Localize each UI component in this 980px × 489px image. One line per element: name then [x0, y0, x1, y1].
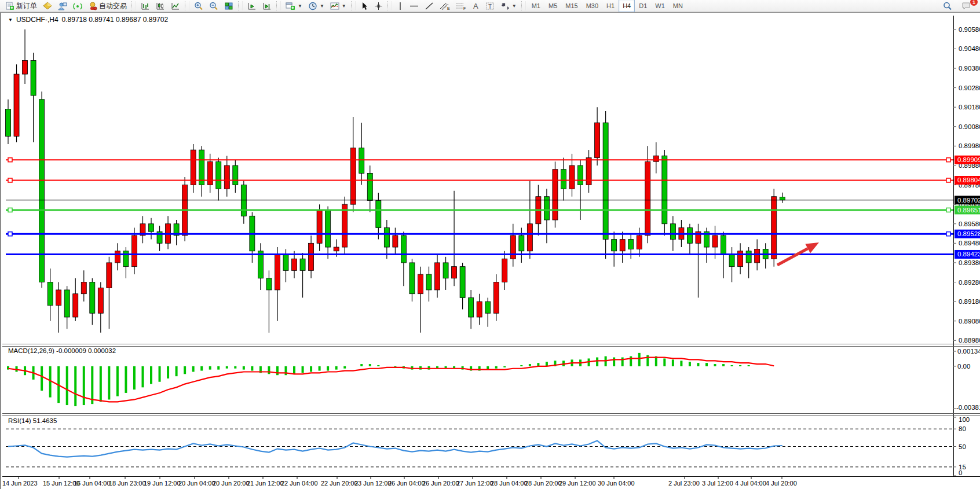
zoom-out-icon — [209, 2, 218, 10]
line-handle[interactable] — [8, 178, 12, 182]
search-button[interactable] — [940, 1, 955, 11]
line-handle[interactable] — [8, 208, 12, 212]
time-tick-label: 23 Jun 12:00 — [354, 480, 392, 487]
chart-symbol-period: USDCHF-,H4 — [16, 16, 58, 24]
timeframe-button-m15[interactable]: M15 — [561, 0, 582, 12]
cursor-button[interactable] — [357, 1, 371, 11]
candle-down — [426, 274, 432, 290]
timeframe-button-m30[interactable]: M30 — [582, 0, 602, 12]
line-chart-button[interactable] — [168, 1, 183, 11]
chart-shift-button[interactable] — [259, 1, 275, 11]
candle-down — [729, 255, 734, 266]
candle-down — [283, 255, 288, 270]
line-handle[interactable] — [946, 178, 950, 182]
text-button[interactable]: A — [469, 1, 482, 11]
candlestick-chart-button[interactable] — [153, 1, 168, 11]
chevron-down-icon: ▼ — [512, 3, 517, 9]
bar-chart-icon — [141, 2, 150, 10]
candle-up — [393, 236, 398, 247]
arrows-icon — [500, 2, 510, 10]
new-order-button[interactable]: 新订单 — [2, 1, 40, 11]
timeframe-button-m1[interactable]: M1 — [528, 0, 544, 12]
candle-up — [595, 123, 600, 157]
new-chart-button[interactable]: ▼ — [283, 1, 305, 11]
crosshair-icon — [374, 2, 383, 10]
timeframe-button-mn[interactable]: MN — [669, 0, 687, 12]
timeframe-button-m5[interactable]: M5 — [544, 0, 561, 12]
rsi-label: RSI(14) 51.4635 — [8, 417, 57, 424]
candle-down — [670, 224, 675, 240]
candle-up — [510, 236, 515, 259]
text-label-icon: T — [485, 2, 495, 10]
candle-down — [199, 150, 204, 185]
timeframe-button-h4[interactable]: H4 — [619, 0, 635, 12]
arrows-button[interactable]: ▼ — [498, 1, 520, 11]
zoom-out-button[interactable] — [206, 1, 221, 11]
candle-up — [712, 236, 718, 247]
trendline-button[interactable] — [422, 1, 437, 11]
candle-down — [780, 197, 785, 200]
candle-down — [300, 259, 305, 270]
tile-windows-button[interactable] — [221, 1, 236, 11]
price-tick-label: 0.88980 — [959, 337, 980, 344]
timeframe-button-w1[interactable]: W1 — [651, 0, 669, 12]
periods-button[interactable]: ▼ — [305, 1, 327, 11]
candle-down — [149, 224, 154, 231]
candle-down — [367, 173, 372, 200]
metatrader-app: 新订单 — [0, 0, 980, 489]
time-tick-label: 20 Jun 20:00 — [213, 480, 250, 487]
candle-up — [14, 74, 19, 136]
fibonacci-button[interactable]: F — [453, 1, 469, 11]
candle-down — [64, 290, 70, 317]
line-handle[interactable] — [8, 158, 12, 162]
equidistant-channel-button[interactable]: E — [437, 1, 453, 11]
price-tick-label: 0.89080 — [959, 318, 980, 325]
candle-down — [603, 123, 608, 240]
news-button[interactable]: 1 — [959, 1, 974, 11]
toolbar-separator — [387, 1, 392, 10]
crosshair-button[interactable] — [371, 1, 386, 11]
toolbar-separator — [131, 1, 136, 10]
auto-trading-button[interactable]: 自动交易 — [85, 1, 130, 11]
bar-chart-button[interactable] — [138, 1, 153, 11]
time-tick-label: 20 Jun 04:00 — [178, 480, 215, 487]
price-tag-label: 0.89909 — [957, 156, 980, 163]
tile-windows-icon — [224, 2, 233, 10]
candle-up — [350, 148, 356, 204]
chart-canvas[interactable]: 0.905800.904800.903800.902800.901800.900… — [1, 13, 980, 489]
candle-down — [241, 185, 246, 216]
fibonacci-icon: F — [456, 2, 466, 10]
toolbar-separator — [351, 1, 356, 10]
time-tick-label: 28 Jun 20:00 — [525, 480, 562, 487]
timeframe-button-h1[interactable]: H1 — [602, 0, 619, 12]
candle-down — [359, 148, 364, 174]
line-handle[interactable] — [8, 232, 12, 236]
candle-up — [620, 240, 625, 251]
cursor-icon — [360, 2, 368, 10]
macd-label: MACD(12,26,9) -0.000009 0.000032 — [8, 347, 116, 354]
market-button[interactable] — [55, 1, 70, 11]
candle-up — [738, 251, 743, 267]
auto-scroll-button[interactable] — [244, 1, 259, 11]
signals-button[interactable] — [70, 1, 85, 11]
candle-down — [612, 240, 617, 251]
timeframe-button-d1[interactable]: D1 — [635, 0, 651, 12]
candlestick-chart-icon — [156, 2, 165, 10]
zoom-in-button[interactable] — [191, 1, 206, 11]
text-label-button[interactable]: T — [482, 1, 498, 11]
time-tick-label: 14 Jun 2023 — [2, 480, 38, 487]
indicators-button[interactable]: ▼ — [327, 1, 349, 11]
line-handle[interactable] — [946, 208, 950, 212]
line-handle[interactable] — [946, 158, 950, 162]
candle-up — [191, 150, 196, 185]
price-tag-label: 0.89702 — [957, 197, 980, 204]
candle-down — [746, 251, 751, 263]
collapse-icon[interactable]: ▼ — [8, 17, 13, 23]
horizontal-line-button[interactable] — [407, 1, 422, 11]
vertical-line-button[interactable] — [394, 1, 407, 11]
auto-scroll-icon — [247, 2, 257, 10]
candle-up — [653, 156, 659, 161]
price-tick-label: 0.90280 — [959, 84, 980, 91]
line-handle[interactable] — [946, 232, 950, 236]
styler-button[interactable] — [40, 1, 55, 11]
